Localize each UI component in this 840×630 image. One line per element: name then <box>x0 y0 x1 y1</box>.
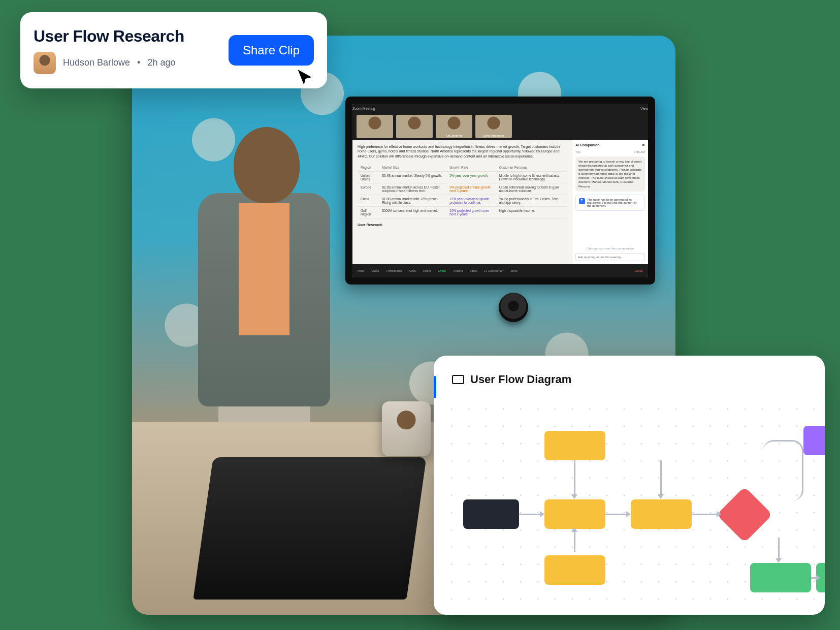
cell-persona: Young professionals in Tier 1 cities. Te… <box>496 195 567 207</box>
shared-document[interactable]: High preference for effective home worko… <box>352 140 572 264</box>
toolbar-ai[interactable]: AI Companion <box>484 269 503 272</box>
cell-persona: Urban millennials looking for both in-gy… <box>496 183 567 195</box>
ai-sender: You <box>575 150 580 153</box>
toolbar-mute[interactable]: Mute <box>358 269 364 272</box>
cell-region: China <box>358 195 379 207</box>
display-icon <box>452 375 464 384</box>
flow-node-step[interactable] <box>631 499 692 529</box>
flow-arrow <box>692 514 717 515</box>
flow-canvas[interactable] <box>438 395 821 611</box>
toolbar-record[interactable]: Record <box>453 269 463 272</box>
pip-video-thumbnail[interactable] <box>382 401 431 456</box>
flow-arrow <box>519 514 540 515</box>
market-table: Region Market Size Growth Rate Customer … <box>358 164 567 218</box>
ai-companion-panel: AI Companion ✕ You 9:35 AM We are prepar… <box>572 140 648 264</box>
participant-thumb[interactable]: Kat Jimenez <box>436 115 472 138</box>
cell-growth: 12% year-over-year growth projected to c… <box>446 195 496 207</box>
flow-arrow <box>811 577 816 579</box>
cell-size: $500M concentrated high-end market. <box>379 207 446 218</box>
toolbar-apps[interactable]: Apps <box>470 269 477 272</box>
table-row: Europe$2.2B annual market across EU. Fas… <box>358 183 567 195</box>
cell-region: United States <box>358 172 379 183</box>
toolbar-leave[interactable]: Leave <box>635 269 643 272</box>
meta-separator: • <box>137 57 140 68</box>
share-clip-button[interactable]: Share Clip <box>229 35 314 66</box>
flow-node-step[interactable] <box>544 499 605 529</box>
cell-region: Gulf Region <box>358 207 379 218</box>
toolbar-more[interactable]: More <box>510 269 518 272</box>
participant-thumb[interactable] <box>357 115 393 138</box>
clip-timestamp: 2h ago <box>147 57 175 68</box>
flow-arrow <box>574 460 575 495</box>
flow-node-step[interactable] <box>544 431 605 460</box>
cell-growth: 10% projected growth over next 2 years. <box>446 207 496 218</box>
col-size: Market Size <box>379 164 446 172</box>
flow-arrow <box>605 514 627 515</box>
laptop <box>193 457 426 600</box>
author-avatar[interactable] <box>34 52 56 74</box>
close-icon[interactable]: ✕ <box>642 143 645 147</box>
table-row: China$1.8B annual market with 12% growth… <box>358 195 567 207</box>
cell-persona: High disposable income. <box>496 207 567 218</box>
col-growth: Growth Rate <box>446 164 496 172</box>
zoom-window-title: Zoom Meeting <box>352 107 375 110</box>
wall-tv: Zoom Meeting View Kat Jimenez Dave Ander… <box>345 97 655 285</box>
cell-size: $2.2B annual market across EU. Faster ad… <box>379 183 446 195</box>
card-accent-bar <box>434 376 436 398</box>
ai-panel-title: AI Companion <box>575 143 599 147</box>
flow-node-end[interactable] <box>750 563 811 592</box>
clip-meta: Hudson Barlowe • 2h ago <box>34 52 184 74</box>
toolbar-chat[interactable]: Chat <box>409 269 416 272</box>
toolbar-participants[interactable]: Participants <box>386 269 402 272</box>
cell-size: $3.4B annual market. Steady 5% growth. <box>379 172 446 183</box>
flow-node-step[interactable] <box>544 555 605 585</box>
zoom-participant-thumbnails: Kat Jimenez Dave Anderson <box>352 113 648 140</box>
flow-node-start[interactable] <box>463 499 519 529</box>
flow-node-alt[interactable] <box>803 426 825 455</box>
doc-paragraph: High preference for effective home worko… <box>358 144 567 159</box>
share-clip-card: User Flow Research Hudson Barlowe • 2h a… <box>20 12 327 88</box>
doc-section-heading: User Research <box>358 223 567 227</box>
ai-user-prompt: We are preparing to launch a new line of… <box>575 156 645 192</box>
table-row: Gulf Region$500M concentrated high-end m… <box>358 207 567 218</box>
flow-card-title: User Flow Diagram <box>470 373 571 386</box>
zoom-titlebar: Zoom Meeting View <box>352 104 648 113</box>
zoom-toolbar: Mute Video Participants Chat React Share… <box>352 264 648 277</box>
ai-privacy-note: Only you can see this conversation <box>575 247 645 250</box>
toolbar-react[interactable]: React <box>423 269 431 272</box>
cell-persona: Middle to high income fitness enthusiast… <box>496 172 567 183</box>
cell-growth: 9% projected annual growth next 3 years. <box>446 183 496 195</box>
clip-title: User Flow Research <box>34 27 184 46</box>
cell-size: $1.8B annual market with 12% growth. Ris… <box>379 195 446 207</box>
flow-arrow-curve <box>763 440 803 501</box>
participant-thumb[interactable]: Dave Anderson <box>475 115 512 138</box>
table-row: United States$3.4B annual market. Steady… <box>358 172 567 183</box>
flow-arrow <box>778 538 780 559</box>
toolbar-video[interactable]: Video <box>371 269 379 272</box>
ai-response: The table has been generated as requeste… <box>575 195 645 211</box>
zoom-view-toggle[interactable]: View <box>640 107 648 110</box>
flow-arrow <box>660 460 662 495</box>
zoom-meeting-window: Zoom Meeting View Kat Jimenez Dave Ander… <box>352 104 648 277</box>
cell-growth: 5% year-over-year growth. <box>446 172 496 183</box>
col-persona: Customer Persona <box>496 164 567 172</box>
author-name: Hudson Barlowe <box>63 57 130 68</box>
ai-sparkle-icon <box>579 198 585 204</box>
flow-card-header: User Flow Diagram <box>434 356 825 395</box>
user-flow-diagram-card: User Flow Diagram <box>434 356 825 615</box>
toolbar-share[interactable]: Share <box>438 269 446 272</box>
col-region: Region <box>358 164 379 172</box>
participant-thumb[interactable] <box>396 115 433 138</box>
ai-timestamp: 9:35 AM <box>634 150 645 153</box>
flow-arrow <box>574 531 575 552</box>
ai-input[interactable] <box>575 253 645 261</box>
cell-region: Europe <box>358 183 379 195</box>
conference-camera <box>499 293 528 322</box>
